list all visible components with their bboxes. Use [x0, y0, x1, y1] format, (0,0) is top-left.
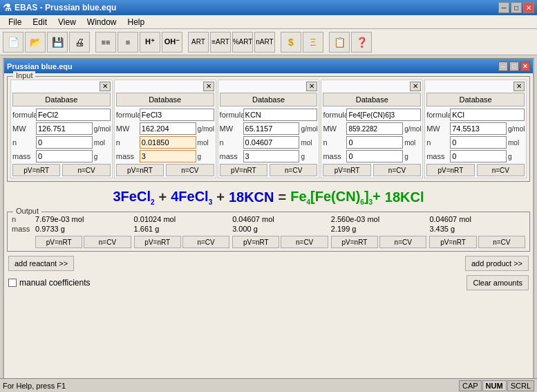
- tb-btn16[interactable]: ❓: [351, 32, 372, 53]
- mass-2-input[interactable]: [140, 150, 196, 162]
- mw-4-input[interactable]: [346, 122, 403, 135]
- ncv-1-button[interactable]: n=CV: [62, 164, 110, 176]
- remove-reagent-2-button[interactable]: ✕: [203, 82, 214, 91]
- mass-4-input[interactable]: [346, 150, 403, 162]
- clear-amounts-button[interactable]: Clear amounts: [467, 275, 529, 290]
- mw-1-input[interactable]: [36, 122, 93, 135]
- n-5-unit: mol: [508, 139, 525, 147]
- add-product-button[interactable]: add product >>: [465, 256, 529, 271]
- n-3-input[interactable]: [243, 136, 300, 149]
- mass-5-input[interactable]: [450, 150, 507, 162]
- status-bar: For Help, press F1 CAP NUM SCRL: [0, 378, 537, 392]
- mw-3-input[interactable]: [243, 122, 300, 135]
- tb-btn7[interactable]: H⁺: [140, 32, 160, 53]
- menu-help[interactable]: Help: [122, 16, 151, 28]
- pvnrt-3-button[interactable]: pV=nRT: [220, 164, 267, 176]
- ncv-out-4-button[interactable]: n=CV: [379, 236, 426, 248]
- inner-maximize-button[interactable]: □: [509, 62, 519, 71]
- pvnrt-4-button[interactable]: pV=nRT: [323, 164, 370, 176]
- pvnrt-1-button[interactable]: pV=nRT: [12, 164, 60, 176]
- pvnrt-out-3-button[interactable]: pV=nRT: [232, 236, 279, 248]
- pvnrt-5-button[interactable]: pV=nRT: [426, 164, 474, 176]
- menu-edit[interactable]: Edit: [27, 16, 53, 28]
- pvnrt-out-4-button[interactable]: pV=nRT: [331, 236, 378, 248]
- maximize-button[interactable]: □: [511, 2, 522, 13]
- remove-reagent-3-button[interactable]: ✕: [306, 82, 317, 91]
- inner-title-bar: Prussian blue.equ ─ □ ✕: [4, 59, 533, 73]
- n-1-unit: mol: [94, 139, 111, 147]
- menu-file[interactable]: File: [3, 16, 27, 28]
- ncv-out-1-button[interactable]: n=CV: [84, 236, 131, 248]
- tb-btn13[interactable]: $: [281, 32, 301, 53]
- formula-1-input[interactable]: [36, 109, 111, 121]
- close-button[interactable]: ✕: [523, 2, 534, 13]
- tb-btn9[interactable]: ART: [188, 32, 209, 53]
- inner-minimize-button[interactable]: ─: [498, 62, 508, 71]
- tb-btn8[interactable]: OH⁻: [162, 32, 182, 53]
- mass-1-input[interactable]: [36, 150, 93, 162]
- eq-plus-1: +: [159, 189, 167, 205]
- print-button[interactable]: 🖨: [69, 32, 90, 53]
- mw-2-input[interactable]: [140, 122, 196, 135]
- tb-btn5[interactable]: ≡≡: [95, 32, 116, 53]
- tb-btn14[interactable]: Ξ: [303, 32, 323, 53]
- mw-5-input[interactable]: [450, 122, 507, 135]
- ncv-out-5-button[interactable]: n=CV: [478, 236, 525, 248]
- formula-3-input[interactable]: [243, 109, 318, 121]
- pv-5-row: pV=nRT n=CV: [426, 164, 525, 176]
- n-2-input[interactable]: [140, 136, 196, 149]
- remove-reagent-1-button[interactable]: ✕: [100, 82, 111, 91]
- pvnrt-out-5-button[interactable]: pV=nRT: [429, 236, 476, 248]
- ncv-4-button[interactable]: n=CV: [373, 164, 421, 176]
- n-4-input[interactable]: [346, 136, 403, 149]
- n-1-input[interactable]: [36, 136, 93, 149]
- menu-view[interactable]: View: [53, 16, 82, 28]
- title-bar-left: ⚗ EBAS - Prussian blue.equ: [3, 2, 116, 13]
- new-button[interactable]: 📄: [3, 32, 23, 53]
- mass-4-label: mass: [323, 152, 345, 160]
- database-5-button[interactable]: Database: [426, 93, 525, 106]
- tb-btn15[interactable]: 📋: [329, 32, 350, 53]
- pvnrt-out-2-button[interactable]: pV=nRT: [134, 236, 181, 248]
- menu-window[interactable]: Window: [82, 16, 122, 28]
- ncv-5-button[interactable]: n=CV: [477, 164, 525, 176]
- minimize-button[interactable]: ─: [498, 2, 509, 13]
- mass-3-input[interactable]: [243, 150, 300, 162]
- ncv-out-2-button[interactable]: n=CV: [182, 236, 229, 248]
- mass-2-label: mass: [116, 152, 138, 160]
- mass-3-label: mass: [220, 152, 242, 160]
- database-1-button[interactable]: Database: [12, 93, 111, 106]
- tb-btn11[interactable]: %ART: [232, 32, 253, 53]
- output-n-4: 2.560e-03 mol: [331, 215, 427, 223]
- pvnrt-out-1-button[interactable]: pV=nRT: [35, 236, 82, 248]
- n-5-row: n mol: [426, 136, 525, 149]
- ncv-out-3-button[interactable]: n=CV: [281, 236, 328, 248]
- mass-2-row: mass g: [116, 150, 214, 162]
- database-2-button[interactable]: Database: [116, 93, 214, 106]
- tb-btn10[interactable]: ≡ART: [210, 32, 231, 53]
- inner-close-button[interactable]: ✕: [520, 62, 530, 71]
- status-help-text: For Help, press F1: [3, 382, 66, 390]
- database-4-button[interactable]: Database: [323, 93, 421, 106]
- output-mass-3: 3.000 g: [232, 225, 328, 233]
- mass-1-unit: g: [94, 153, 111, 160]
- tb-btn12[interactable]: nART: [254, 32, 275, 53]
- input-group-label: Input: [13, 71, 35, 80]
- pv-1-row: pV=nRT n=CV: [12, 164, 111, 176]
- n-5-input[interactable]: [450, 136, 507, 149]
- remove-reagent-5-button[interactable]: ✕: [514, 82, 525, 91]
- formula-2-input[interactable]: [140, 109, 214, 121]
- eq-prussian-blue: Fe4[Fe(CN)6]3+: [290, 189, 381, 206]
- formula-4-input[interactable]: [346, 109, 421, 121]
- ncv-2-button[interactable]: n=CV: [166, 164, 214, 176]
- save-button[interactable]: 💾: [47, 32, 68, 53]
- formula-5-input[interactable]: [450, 109, 525, 121]
- pvnrt-2-button[interactable]: pV=nRT: [116, 164, 164, 176]
- database-3-button[interactable]: Database: [220, 93, 318, 106]
- add-reactant-button[interactable]: add reactant >>: [8, 256, 74, 271]
- ncv-3-button[interactable]: n=CV: [270, 164, 317, 176]
- manual-coefficients-checkbox[interactable]: [8, 279, 17, 287]
- remove-reagent-4-button[interactable]: ✕: [410, 82, 421, 91]
- open-button[interactable]: 📂: [25, 32, 46, 53]
- tb-btn6[interactable]: ≡: [117, 32, 138, 53]
